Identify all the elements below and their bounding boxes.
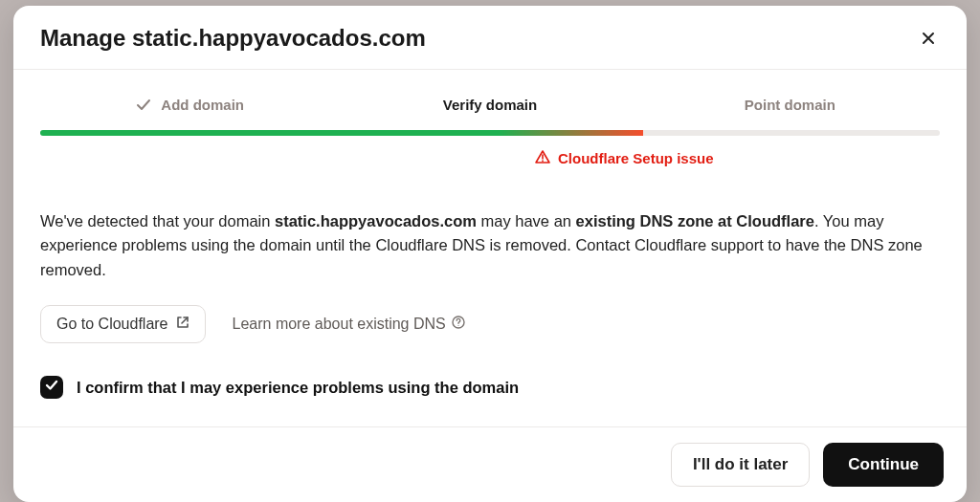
confirm-label: I confirm that I may experience problems… xyxy=(77,379,519,397)
learn-more-link[interactable]: Learn more about existing DNS xyxy=(233,316,465,333)
continue-button[interactable]: Continue xyxy=(823,443,944,487)
close-button[interactable] xyxy=(917,27,940,50)
warning-icon xyxy=(535,149,550,167)
check-icon xyxy=(45,379,58,396)
domain-name: static.happyavocados.com xyxy=(275,212,477,229)
button-label: I'll do it later xyxy=(693,455,788,473)
check-icon xyxy=(136,98,151,113)
modal-title: Manage static.happyavocados.com xyxy=(40,25,426,52)
action-links: Go to Cloudflare Learn more about existi… xyxy=(40,305,940,343)
go-to-cloudflare-button[interactable]: Go to Cloudflare xyxy=(40,305,206,343)
step-label: Point domain xyxy=(745,97,835,113)
alert-row: Cloudflare Setup issue xyxy=(40,149,940,167)
confirm-row: I confirm that I may experience problems… xyxy=(40,376,940,399)
link-label: Learn more about existing DNS xyxy=(233,316,446,333)
alert-label: Cloudflare Setup issue xyxy=(558,150,714,166)
step-label: Verify domain xyxy=(443,97,537,113)
do-it-later-button[interactable]: I'll do it later xyxy=(671,443,810,487)
help-icon xyxy=(452,316,465,333)
button-label: Continue xyxy=(848,455,919,473)
progress-complete xyxy=(40,130,499,136)
step-label: Add domain xyxy=(161,97,244,113)
step-verify-domain: Verify domain xyxy=(340,97,639,117)
progress-warning-gradient xyxy=(499,130,642,136)
modal-header: Manage static.happyavocados.com xyxy=(13,6,967,70)
progress-bar xyxy=(40,130,940,136)
modal-footer: I'll do it later Continue xyxy=(13,426,967,502)
external-link-icon xyxy=(176,316,189,333)
stepper: Add domain Verify domain Point domain xyxy=(40,97,940,117)
button-label: Go to Cloudflare xyxy=(56,316,168,333)
step-point-domain: Point domain xyxy=(640,97,940,117)
manage-domain-modal: Manage static.happyavocados.com Add doma… xyxy=(13,6,967,502)
svg-point-1 xyxy=(457,325,458,326)
cloudflare-alert: Cloudflare Setup issue xyxy=(535,149,714,167)
confirm-checkbox[interactable] xyxy=(40,376,63,399)
warning-paragraph: We've detected that your domain static.h… xyxy=(40,209,940,283)
existing-dns-phrase: existing DNS zone at Cloudflare xyxy=(576,212,814,229)
step-add-domain: Add domain xyxy=(40,97,340,117)
close-icon xyxy=(921,34,936,49)
